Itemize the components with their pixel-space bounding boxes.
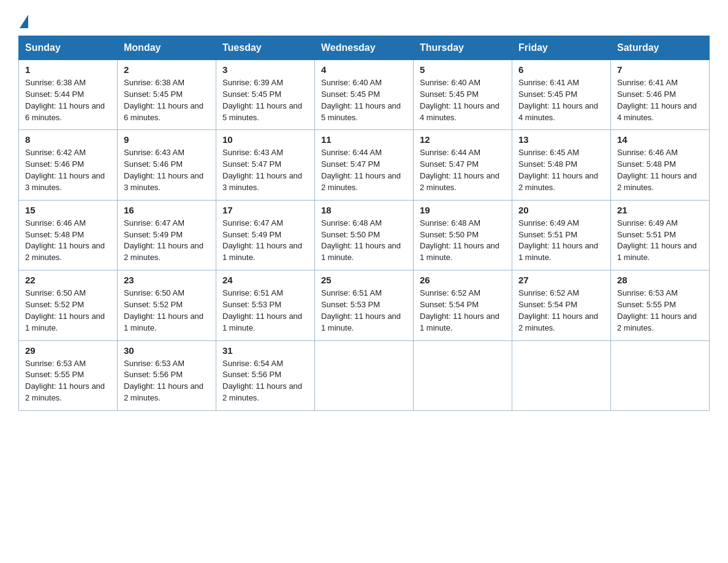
sunset-label: Sunset: 5:45 PM	[124, 90, 183, 99]
sunrise-label: Sunrise: 6:41 AM	[518, 78, 579, 87]
sunset-label: Sunset: 5:49 PM	[222, 230, 281, 239]
daylight-label: Daylight: 11 hours and 6 minutes.	[25, 101, 105, 122]
day-info: Sunrise: 6:49 AM Sunset: 5:51 PM Dayligh…	[617, 218, 703, 264]
calendar-week-row-3: 15 Sunrise: 6:46 AM Sunset: 5:48 PM Dayl…	[19, 200, 710, 270]
day-info: Sunrise: 6:46 AM Sunset: 5:48 PM Dayligh…	[617, 147, 703, 193]
daylight-label: Daylight: 11 hours and 1 minute.	[420, 312, 499, 332]
sunrise-label: Sunrise: 6:38 AM	[25, 78, 86, 87]
daylight-label: Daylight: 11 hours and 2 minutes.	[25, 241, 105, 262]
sunrise-label: Sunrise: 6:52 AM	[420, 288, 480, 297]
day-info: Sunrise: 6:42 AM Sunset: 5:46 PM Dayligh…	[25, 147, 111, 193]
sunset-label: Sunset: 5:50 PM	[321, 230, 380, 239]
calendar-header-sunday: Sunday	[19, 36, 118, 60]
day-info: Sunrise: 6:45 AM Sunset: 5:48 PM Dayligh…	[518, 147, 604, 193]
sunrise-label: Sunrise: 6:42 AM	[25, 148, 86, 157]
day-info: Sunrise: 6:40 AM Sunset: 5:45 PM Dayligh…	[420, 77, 506, 123]
day-number: 15	[25, 205, 111, 215]
sunset-label: Sunset: 5:45 PM	[321, 90, 380, 99]
sunrise-label: Sunrise: 6:41 AM	[617, 78, 678, 87]
day-number: 9	[124, 134, 210, 145]
calendar-cell: 13 Sunrise: 6:45 AM Sunset: 5:48 PM Dayl…	[512, 130, 611, 200]
day-number: 4	[321, 64, 407, 75]
sunset-label: Sunset: 5:51 PM	[617, 230, 676, 239]
daylight-label: Daylight: 11 hours and 1 minute.	[420, 241, 499, 262]
sunrise-label: Sunrise: 6:50 AM	[25, 288, 86, 297]
daylight-label: Daylight: 11 hours and 2 minutes.	[124, 241, 203, 262]
day-number: 12	[420, 134, 506, 145]
sunrise-label: Sunrise: 6:53 AM	[617, 288, 678, 297]
calendar-cell: 28 Sunrise: 6:53 AM Sunset: 5:55 PM Dayl…	[611, 270, 710, 340]
sunset-label: Sunset: 5:48 PM	[617, 159, 676, 169]
calendar-cell: 24 Sunrise: 6:51 AM Sunset: 5:53 PM Dayl…	[216, 270, 315, 340]
day-info: Sunrise: 6:53 AM Sunset: 5:55 PM Dayligh…	[617, 288, 703, 334]
day-info: Sunrise: 6:39 AM Sunset: 5:45 PM Dayligh…	[222, 77, 308, 123]
sunrise-label: Sunrise: 6:47 AM	[124, 218, 184, 228]
sunrise-label: Sunrise: 6:48 AM	[321, 218, 382, 228]
sunset-label: Sunset: 5:44 PM	[25, 90, 84, 99]
day-number: 14	[617, 134, 703, 145]
day-info: Sunrise: 6:43 AM Sunset: 5:46 PM Dayligh…	[124, 147, 210, 193]
calendar-cell: 8 Sunrise: 6:42 AM Sunset: 5:46 PM Dayli…	[19, 130, 118, 200]
sunset-label: Sunset: 5:54 PM	[518, 300, 577, 309]
sunrise-label: Sunrise: 6:49 AM	[617, 218, 678, 228]
day-number: 13	[518, 134, 604, 145]
calendar-cell: 31 Sunrise: 6:54 AM Sunset: 5:56 PM Dayl…	[216, 340, 315, 410]
day-number: 6	[518, 64, 604, 75]
day-info: Sunrise: 6:47 AM Sunset: 5:49 PM Dayligh…	[222, 218, 308, 264]
day-info: Sunrise: 6:50 AM Sunset: 5:52 PM Dayligh…	[25, 288, 111, 334]
calendar-cell: 22 Sunrise: 6:50 AM Sunset: 5:52 PM Dayl…	[19, 270, 118, 340]
daylight-label: Daylight: 11 hours and 2 minutes.	[518, 312, 598, 332]
sunrise-label: Sunrise: 6:51 AM	[222, 288, 283, 297]
day-info: Sunrise: 6:44 AM Sunset: 5:47 PM Dayligh…	[321, 147, 407, 193]
day-number: 30	[124, 345, 210, 356]
logo	[18, 12, 28, 25]
sunset-label: Sunset: 5:53 PM	[321, 300, 380, 309]
day-info: Sunrise: 6:38 AM Sunset: 5:44 PM Dayligh…	[25, 77, 111, 123]
sunset-label: Sunset: 5:49 PM	[124, 230, 183, 239]
day-number: 21	[617, 205, 703, 215]
daylight-label: Daylight: 11 hours and 2 minutes.	[518, 171, 598, 192]
calendar-cell: 25 Sunrise: 6:51 AM Sunset: 5:53 PM Dayl…	[315, 270, 414, 340]
calendar-cell: 7 Sunrise: 6:41 AM Sunset: 5:46 PM Dayli…	[611, 60, 710, 130]
daylight-label: Daylight: 11 hours and 1 minute.	[124, 312, 203, 332]
daylight-label: Daylight: 11 hours and 5 minutes.	[222, 101, 302, 122]
daylight-label: Daylight: 11 hours and 6 minutes.	[124, 101, 203, 122]
sunset-label: Sunset: 5:52 PM	[25, 300, 84, 309]
calendar-table: SundayMondayTuesdayWednesdayThursdayFrid…	[18, 36, 710, 411]
day-number: 1	[25, 64, 111, 75]
day-number: 10	[222, 134, 308, 145]
calendar-cell: 20 Sunrise: 6:49 AM Sunset: 5:51 PM Dayl…	[512, 200, 611, 270]
day-number: 11	[321, 134, 407, 145]
day-info: Sunrise: 6:47 AM Sunset: 5:49 PM Dayligh…	[124, 218, 210, 264]
calendar-cell: 4 Sunrise: 6:40 AM Sunset: 5:45 PM Dayli…	[315, 60, 414, 130]
day-info: Sunrise: 6:48 AM Sunset: 5:50 PM Dayligh…	[420, 218, 506, 264]
calendar-week-row-4: 22 Sunrise: 6:50 AM Sunset: 5:52 PM Dayl…	[19, 270, 710, 340]
day-number: 23	[124, 275, 210, 285]
day-number: 2	[124, 64, 210, 75]
sunrise-label: Sunrise: 6:44 AM	[321, 148, 382, 157]
sunset-label: Sunset: 5:52 PM	[124, 300, 183, 309]
calendar-cell: 23 Sunrise: 6:50 AM Sunset: 5:52 PM Dayl…	[118, 270, 216, 340]
sunset-label: Sunset: 5:46 PM	[617, 90, 676, 99]
daylight-label: Daylight: 11 hours and 3 minutes.	[222, 171, 302, 192]
sunset-label: Sunset: 5:45 PM	[222, 90, 281, 99]
sunset-label: Sunset: 5:47 PM	[222, 159, 281, 169]
day-info: Sunrise: 6:41 AM Sunset: 5:45 PM Dayligh…	[518, 77, 604, 123]
calendar-header-thursday: Thursday	[414, 36, 512, 60]
daylight-label: Daylight: 11 hours and 4 minutes.	[518, 101, 598, 122]
day-number: 25	[321, 275, 407, 285]
day-info: Sunrise: 6:50 AM Sunset: 5:52 PM Dayligh…	[124, 288, 210, 334]
day-number: 27	[518, 275, 604, 285]
daylight-label: Daylight: 11 hours and 1 minute.	[617, 241, 697, 262]
day-number: 8	[25, 134, 111, 145]
calendar-header-saturday: Saturday	[611, 36, 710, 60]
calendar-header-tuesday: Tuesday	[216, 36, 315, 60]
calendar-header-monday: Monday	[118, 36, 216, 60]
sunset-label: Sunset: 5:53 PM	[222, 300, 281, 309]
sunrise-label: Sunrise: 6:40 AM	[420, 78, 480, 87]
day-info: Sunrise: 6:48 AM Sunset: 5:50 PM Dayligh…	[321, 218, 407, 264]
day-number: 19	[420, 205, 506, 215]
calendar-cell: 10 Sunrise: 6:43 AM Sunset: 5:47 PM Dayl…	[216, 130, 315, 200]
sunset-label: Sunset: 5:55 PM	[25, 370, 84, 379]
daylight-label: Daylight: 11 hours and 1 minute.	[518, 241, 598, 262]
